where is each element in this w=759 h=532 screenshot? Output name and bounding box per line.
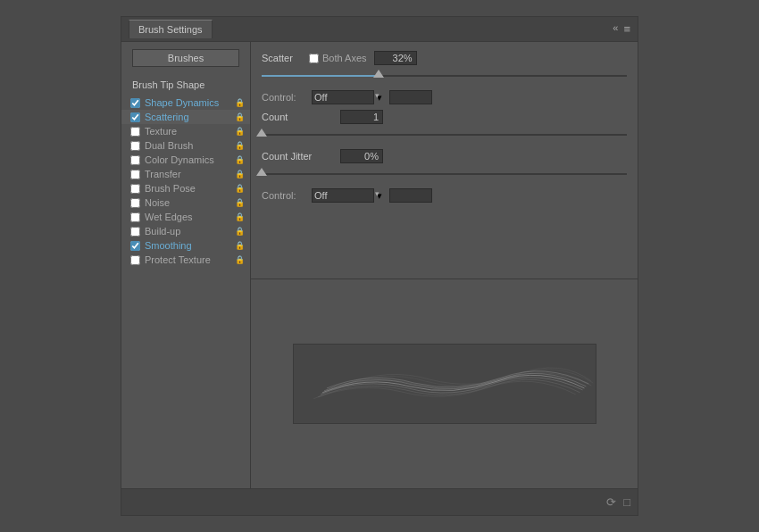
shape-dynamics-label: Shape Dynamics	[145, 97, 219, 108]
brush-settings-panel: Brush Settings « ≡ Brushes Brush Tip Sha…	[121, 16, 638, 516]
control-row-2: Control: Off Fade Pen Pressure Pen Tilt …	[262, 188, 627, 203]
smoothing-lock: 🔒	[235, 241, 245, 250]
count-jitter-slider-track-2	[262, 173, 627, 175]
both-axes-label: Both Axes	[322, 53, 367, 63]
texture-lock: 🔒	[235, 127, 245, 136]
count-jitter-row: Count Jitter	[262, 149, 627, 163]
shape-dynamics-checkbox[interactable]	[130, 98, 140, 108]
count-jitter-slider[interactable]	[262, 128, 627, 142]
wet-edges-checkbox[interactable]	[130, 212, 140, 222]
build-up-checkbox[interactable]	[130, 227, 140, 237]
sidebar: Brushes Brush Tip Shape Shape Dynamics 🔒…	[121, 42, 251, 488]
control-select-1[interactable]: Off Fade Pen Pressure Pen Tilt	[312, 90, 374, 104]
panel-body: Brushes Brush Tip Shape Shape Dynamics 🔒…	[121, 42, 638, 488]
count-jitter-slider-thumb	[256, 129, 267, 137]
menu-icon[interactable]: ≡	[623, 22, 630, 36]
wet-edges-label: Wet Edges	[145, 212, 193, 222]
both-axes-container: Both Axes	[309, 53, 367, 63]
scatter-row: Scatter Both Axes	[262, 51, 627, 65]
wet-edges-lock: 🔒	[235, 212, 245, 221]
cycle-icon[interactable]: ⟳	[606, 495, 616, 509]
brush-stroke-preview	[294, 345, 596, 423]
panel-bottom: ⟳ □	[121, 488, 638, 515]
texture-label: Texture	[145, 126, 177, 137]
protect-texture-lock: 🔒	[235, 255, 245, 264]
color-dynamics-checkbox[interactable]	[130, 155, 140, 165]
sidebar-item-color-dynamics[interactable]: Color Dynamics 🔒	[121, 153, 250, 167]
count-jitter-slider-thumb-2	[256, 168, 267, 176]
count-value-field[interactable]	[340, 110, 383, 124]
shape-dynamics-lock: 🔒	[235, 98, 245, 107]
protect-texture-label: Protect Texture	[145, 254, 211, 265]
protect-texture-checkbox[interactable]	[130, 255, 140, 265]
color-dynamics-lock: 🔒	[235, 155, 245, 164]
scattering-checkbox[interactable]	[130, 112, 140, 122]
control-select-wrapper-1: Off Fade Pen Pressure Pen Tilt ▾	[312, 90, 382, 104]
dual-brush-label: Dual Brush	[145, 140, 193, 151]
scattering-label: Scattering	[145, 112, 189, 122]
count-jitter-slider-2[interactable]	[262, 167, 627, 181]
transfer-lock: 🔒	[235, 170, 245, 179]
control-value-field-1[interactable]	[389, 90, 432, 104]
control-select-2[interactable]: Off Fade Pen Pressure Pen Tilt	[312, 188, 374, 203]
noise-lock: 🔒	[235, 198, 245, 207]
brushes-button[interactable]: Brushes	[132, 49, 239, 67]
smoothing-label: Smoothing	[145, 240, 192, 251]
scatter-slider[interactable]	[262, 69, 627, 83]
scatter-value-field[interactable]	[374, 51, 417, 65]
sidebar-item-wet-edges[interactable]: Wet Edges 🔒	[121, 210, 250, 224]
transfer-checkbox[interactable]	[130, 170, 140, 179]
sidebar-item-shape-dynamics[interactable]: Shape Dynamics 🔒	[121, 96, 250, 110]
panel-title-tab[interactable]: Brush Settings	[129, 20, 213, 38]
count-jitter-slider-track	[262, 134, 627, 136]
control-select-wrapper-2: Off Fade Pen Pressure Pen Tilt ▾	[312, 188, 382, 203]
new-icon[interactable]: □	[623, 495, 630, 509]
control-label-1: Control:	[262, 92, 304, 103]
count-label: Count	[262, 112, 333, 122]
content-area: Scatter Both Axes Control:	[251, 42, 638, 270]
both-axes-checkbox[interactable]	[309, 54, 319, 63]
sidebar-item-brush-pose[interactable]: Brush Pose 🔒	[121, 181, 250, 195]
color-dynamics-label: Color Dynamics	[145, 154, 214, 165]
scattering-lock: 🔒	[235, 112, 245, 121]
build-up-lock: 🔒	[235, 227, 245, 236]
build-up-label: Build-up	[145, 226, 180, 237]
texture-checkbox[interactable]	[130, 127, 140, 137]
brush-pose-lock: 🔒	[235, 184, 245, 193]
select-arrow-2: ▾	[377, 190, 382, 201]
dual-brush-checkbox[interactable]	[130, 141, 140, 151]
dual-brush-lock: 🔒	[235, 141, 245, 150]
count-jitter-label: Count Jitter	[262, 151, 333, 162]
sidebar-item-scattering[interactable]: Scattering 🔒	[121, 110, 250, 124]
count-row: Count	[262, 110, 627, 124]
brush-tip-shape-label[interactable]: Brush Tip Shape	[121, 76, 250, 96]
collapse-icon[interactable]: «	[613, 22, 618, 36]
right-content: Scatter Both Axes Control:	[251, 42, 638, 488]
scatter-slider-track	[262, 75, 627, 77]
panel-titlebar: Brush Settings « ≡	[121, 17, 638, 42]
sidebar-item-dual-brush[interactable]: Dual Brush 🔒	[121, 138, 250, 153]
scatter-label: Scatter	[262, 53, 302, 63]
scatter-slider-thumb	[373, 70, 384, 78]
scatter-slider-fill	[262, 75, 379, 77]
brush-pose-checkbox[interactable]	[130, 184, 140, 194]
smoothing-checkbox[interactable]	[130, 241, 140, 251]
brush-pose-label: Brush Pose	[145, 183, 196, 194]
noise-label: Noise	[145, 197, 170, 208]
sidebar-item-protect-texture[interactable]: Protect Texture 🔒	[121, 253, 250, 267]
count-jitter-value-field[interactable]	[340, 149, 383, 163]
sidebar-item-smoothing[interactable]: Smoothing 🔒	[121, 238, 250, 253]
noise-checkbox[interactable]	[130, 198, 140, 208]
sidebar-item-noise[interactable]: Noise 🔒	[121, 195, 250, 210]
preview-area	[251, 278, 638, 489]
panel-title-icons: « ≡	[613, 22, 630, 36]
control-value-field-2[interactable]	[389, 188, 432, 203]
sidebar-item-transfer[interactable]: Transfer 🔒	[121, 167, 250, 181]
transfer-label: Transfer	[145, 169, 181, 179]
select-arrow-1: ▾	[377, 92, 382, 103]
sidebar-item-texture[interactable]: Texture 🔒	[121, 124, 250, 138]
control-row-1: Control: Off Fade Pen Pressure Pen Tilt …	[262, 90, 627, 104]
sidebar-item-build-up[interactable]: Build-up 🔒	[121, 224, 250, 238]
preview-box	[293, 344, 596, 424]
control-label-2: Control:	[262, 190, 304, 201]
